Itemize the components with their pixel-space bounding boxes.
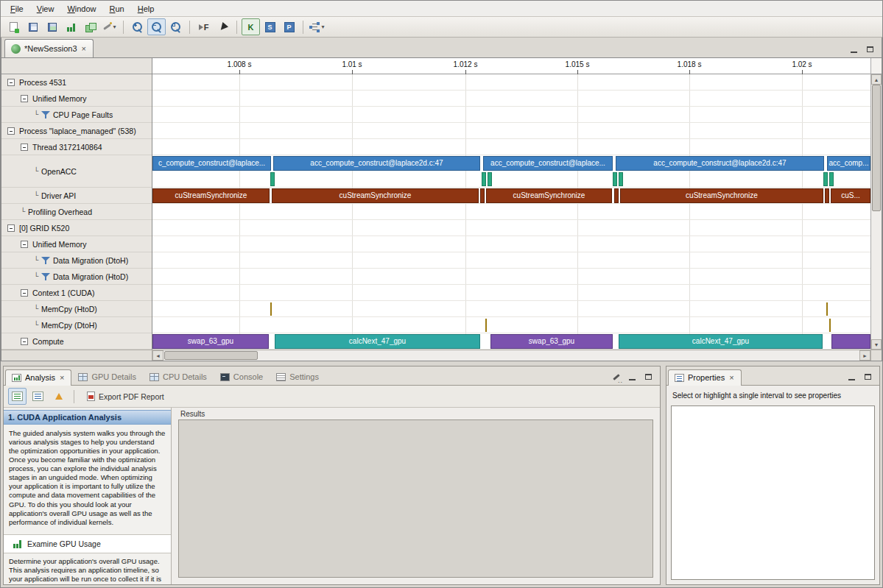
save-session-button[interactable] [24,18,42,35]
vscroll-thumb[interactable] [872,85,881,211]
memcpy-mark[interactable] [829,319,831,332]
session-tab-close-icon[interactable]: × [81,44,87,53]
collapse-toggle-icon[interactable] [21,95,28,102]
scroll-left-button[interactable]: ◄ [152,350,163,361]
configure-button[interactable]: ▾ [100,18,119,35]
tree-row-openacc[interactable]: └OpenACC [1,155,152,188]
timeline-bar[interactable]: acc_compute_construct@laplace2d.c:47 [273,156,480,171]
tree-row-0-grid-k520[interactable]: [0] GRID K520 [1,220,152,236]
timeline-bar[interactable]: acc_comp... [827,156,870,171]
tree-row-process-laplace-managed-538[interactable]: Process "laplace_managed" (538) [1,123,152,139]
scroll-right-button[interactable]: ► [859,350,870,361]
menu-item-file[interactable]: File [4,2,30,15]
analysis-tab-close-icon[interactable]: × [59,373,65,382]
timeline-bar[interactable]: calcNext_47_gpu [619,334,823,349]
hscroll-track[interactable] [163,350,859,361]
dropdown-arrow-icon[interactable]: ▾ [321,24,324,30]
timeline-bar[interactable]: swap_63_gpu [490,334,613,349]
scroll-down-button[interactable]: ▼ [871,339,882,350]
maximize-button[interactable] [864,44,876,54]
tree-row-process-4531[interactable]: Process 4531 [1,74,152,91]
tree-row-memcpy-dtoh[interactable]: └MemCpy (DtoH) [1,317,152,333]
collapse-toggle-icon[interactable] [21,289,28,297]
go-to-marker-button[interactable]: F [194,18,213,35]
menu-item-run[interactable]: Run [103,2,131,15]
timeline-bar[interactable]: cuS... [831,188,870,203]
unguided-analysis-button[interactable] [29,388,47,405]
stream-mode-button[interactable]: S [261,18,279,35]
collapse-toggle-icon[interactable] [21,338,28,345]
timeline-bar[interactable]: acc_compute_construct@laplace... [483,156,613,171]
minimize-button[interactable] [845,372,857,382]
memcpy-mark[interactable] [270,302,272,316]
maximize-button[interactable] [862,372,873,382]
tab-cpu-details[interactable]: CPU Details [143,369,214,385]
tree-row-driver-api[interactable]: └Driver API [1,188,152,204]
timeline-bar[interactable]: acc_compute_construct@laplace2d.c:47 [616,156,824,171]
tree-row-compute[interactable]: Compute [1,333,152,350]
openacc-wait-mark[interactable] [829,172,834,186]
timeline-bar[interactable] [480,188,485,203]
memcpy-mark[interactable] [485,319,487,332]
openacc-wait-mark[interactable] [270,172,275,186]
collapse-toggle-icon[interactable] [21,241,28,248]
session-tab[interactable]: *NewSession3 × [4,39,94,57]
collapse-toggle-icon[interactable] [21,144,28,151]
minimize-button[interactable] [848,44,859,54]
properties-tab-close-icon[interactable]: × [728,373,734,382]
tree-row-data-migration-htod[interactable]: └Data Migration (HtoD) [1,269,152,285]
openacc-wait-mark[interactable] [619,172,623,186]
openacc-wait-mark[interactable] [488,172,492,186]
tab-properties[interactable]: Properties × [668,369,742,386]
memcpy-mark[interactable] [826,302,828,316]
menu-item-view[interactable]: View [30,2,61,15]
maximize-button[interactable] [642,372,654,382]
tree-row-unified-memory[interactable]: Unified Memory [1,236,152,252]
zoom-fit-button[interactable] [166,18,185,35]
menu-item-help[interactable]: Help [131,2,161,15]
openacc-wait-mark[interactable] [482,172,486,186]
menu-item-window[interactable]: Window [60,2,102,15]
save-timeline-button[interactable] [43,18,61,35]
dropdown-arrow-icon[interactable]: ▾ [113,24,116,30]
kernel-mode-button[interactable]: K [242,18,260,35]
timeline-bar[interactable]: cuStreamSynchronize [620,188,823,203]
timeline-bar[interactable]: swap_63_gpu [152,334,269,349]
process-mode-button[interactable]: P [280,18,298,35]
zoom-in-button[interactable] [128,18,147,35]
timeline-hscrollbar[interactable]: ◄ ► [152,350,870,361]
view-menu-icon[interactable] [611,372,622,382]
tree-row-unified-memory[interactable]: Unified Memory [1,91,152,107]
export-button[interactable] [81,18,99,35]
timeline-bar[interactable]: cuStreamSynchronize [272,188,479,203]
guided-analysis-button[interactable] [8,388,27,405]
tree-row-cpu-page-faults[interactable]: └CPU Page Faults [1,107,152,123]
vscroll-track[interactable] [871,85,882,339]
tab-settings[interactable]: Settings [270,369,326,385]
tab-console[interactable]: Console [214,369,270,385]
timeline-bar[interactable]: cuStreamSynchronize [486,188,612,203]
tab-gpu-details[interactable]: GPU Details [71,369,143,385]
timeline-bar[interactable]: cuStreamSynchronize [152,188,270,203]
back-up-button[interactable] [49,388,68,405]
timeline-bar[interactable]: c_compute_construct@laplace... [152,156,271,171]
examine-gpu-usage-button[interactable]: Examine GPU Usage [4,534,171,553]
tree-row-context-1-cuda[interactable]: Context 1 (CUDA) [1,285,152,301]
openacc-wait-mark[interactable] [613,172,617,186]
collapse-toggle-icon[interactable] [7,127,15,135]
timeline-bar[interactable] [825,188,829,203]
collapse-toggle-icon[interactable] [7,224,15,232]
collapse-toggle-icon[interactable] [7,79,15,86]
timeline-bar[interactable]: calcNext_47_gpu [275,334,480,349]
openacc-wait-mark[interactable] [823,172,828,186]
hscroll-thumb[interactable] [164,351,258,360]
tree-row-memcpy-htod[interactable]: └MemCpy (HtoD) [1,301,152,317]
minimize-button[interactable] [626,372,638,382]
zoom-out-button[interactable] [147,18,166,35]
scroll-up-button[interactable]: ▲ [871,74,882,85]
export-pdf-button[interactable]: Export PDF Report [80,388,171,405]
run-analysis-button[interactable]: ▾ [308,18,326,35]
new-session-button[interactable] [4,18,23,35]
tree-row-profiling-overhead[interactable]: └Profiling Overhead [1,204,152,220]
tree-row-thread-3172140864[interactable]: Thread 3172140864 [1,139,152,155]
